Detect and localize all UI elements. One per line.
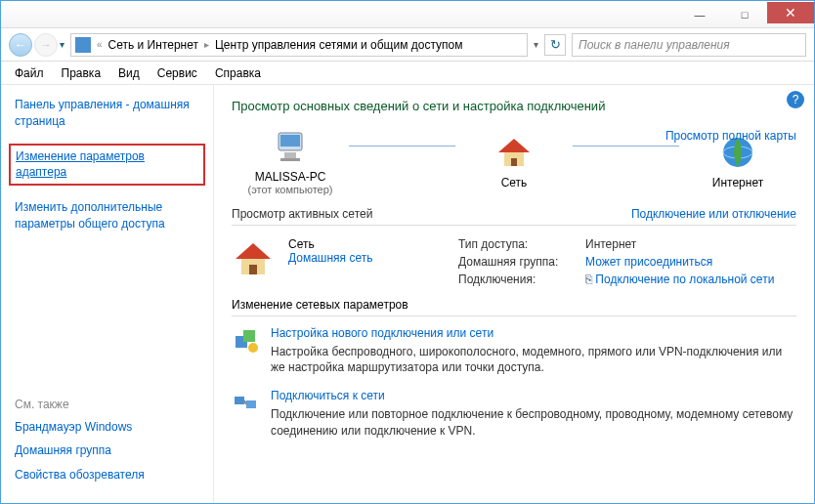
active-networks-header: Просмотр активных сетей Подключение или … [232,203,796,226]
menu-bar: Файл Правка Вид Сервис Справка [1,62,814,85]
option-connect-network-desc: Подключение или повторное подключение к … [271,406,796,438]
addr-dropdown[interactable]: ▾ [534,39,538,50]
computer-icon [271,127,310,166]
network-icon [75,37,91,53]
svg-rect-16 [246,400,256,408]
ethernet-icon: ⎘ [585,273,592,286]
breadcrumb[interactable]: « Сеть и Интернет ▸ Центр управления сет… [70,33,528,57]
active-networks-label: Просмотр активных сетей [232,207,372,221]
connect-network-icon [232,389,259,416]
nav-dropdown[interactable]: ▾ [60,39,64,50]
network-name: Сеть [288,237,445,251]
sidebar-ie-options[interactable]: Свойства обозревателя [15,467,199,483]
address-bar: ← → ▾ « Сеть и Интернет ▸ Центр управлен… [1,28,814,62]
svg-point-14 [248,343,258,353]
highlight-box: Изменение параметров адаптера [9,144,205,187]
connection-line [573,146,679,147]
house-icon [232,237,275,280]
back-button[interactable]: ← [9,33,32,57]
chevron-icon: « [97,39,103,50]
svg-rect-1 [280,135,300,147]
menu-help[interactable]: Справка [215,66,261,80]
node-network: Сеть [455,133,573,189]
option-new-connection: Настройка нового подключения или сети На… [232,326,796,375]
change-settings-header: Изменение сетевых параметров [232,298,796,316]
menu-tools[interactable]: Сервис [157,66,197,80]
network-properties: Тип доступа: Интернет Домашняя группа: М… [458,237,796,286]
maximize-button[interactable]: □ [722,4,767,25]
node-network-label: Сеть [501,176,528,189]
sidebar-homegroup[interactable]: Домашняя группа [15,442,199,459]
chevron-icon: ▸ [204,39,209,50]
node-internet-label: Интернет [712,176,763,189]
network-detail: Сеть Домашняя сеть Тип доступа: Интернет… [232,237,796,286]
main-panel: ? Просмотр основных сведений о сети и на… [214,85,814,503]
node-computer-label: MALISSA-PC [255,170,326,184]
option-connect-network: Подключиться к сети Подключение или повт… [232,389,796,438]
option-new-connection-link[interactable]: Настройка нового подключения или сети [271,326,796,340]
sidebar: Панель управления - домашняя страница Из… [1,85,214,503]
forward-button[interactable]: → [34,33,58,57]
menu-view[interactable]: Вид [118,66,140,80]
svg-rect-2 [284,152,296,158]
menu-file[interactable]: Файл [15,66,44,80]
crumb-sharing-center[interactable]: Центр управления сетями и общим доступом [215,38,463,52]
svg-rect-3 [280,158,300,161]
svg-rect-13 [243,330,255,342]
prop-access-val: Интернет [585,237,796,251]
refresh-button[interactable]: ↻ [544,34,566,56]
svg-rect-11 [249,265,257,274]
network-type-link[interactable]: Домашняя сеть [288,251,445,265]
svg-marker-4 [498,139,530,152]
svg-marker-9 [236,243,271,259]
sidebar-firewall[interactable]: Брандмауэр Windows [15,419,199,436]
page-title: Просмотр основных сведений о сети и наст… [232,99,796,113]
prop-homegroup-key: Домашняя группа: [458,255,585,269]
new-connection-icon [232,326,259,354]
minimize-button[interactable]: — [677,4,722,25]
content: Панель управления - домашняя страница Из… [1,85,814,503]
svg-rect-6 [511,158,517,166]
svg-rect-15 [235,397,244,404]
sidebar-home[interactable]: Панель управления - домашняя страница [15,98,190,128]
view-full-map-link[interactable]: Просмотр полной карты [665,129,796,143]
connection-line [349,146,455,147]
menu-edit[interactable]: Правка [62,66,102,80]
search-input[interactable]: Поиск в панели управления [572,33,806,57]
sidebar-sharing-settings[interactable]: Изменить дополнительные параметры общего… [15,200,165,231]
option-new-connection-desc: Настройка беспроводного, широкополосного… [271,344,796,375]
help-icon[interactable]: ? [787,91,804,108]
option-connect-network-link[interactable]: Подключиться к сети [271,389,796,402]
see-also-header: См. также [15,398,199,411]
crumb-network[interactable]: Сеть и Интернет [108,38,198,52]
house-icon [494,133,534,172]
node-computer: MALISSA-PC (этот компьютер) [232,127,349,195]
close-button[interactable]: ✕ [767,2,814,23]
titlebar: — □ ✕ [1,1,814,28]
node-computer-sub: (этот компьютер) [247,184,332,195]
network-map: Просмотр полной карты MALISSA-PC (этот к… [232,127,796,195]
connect-disconnect-link[interactable]: Подключение или отключение [631,207,796,221]
prop-connections-key: Подключения: [458,273,585,286]
prop-connections-link[interactable]: ⎘ Подключение по локальной сети [585,273,796,286]
sidebar-adapter-settings[interactable]: Изменение параметров адаптера [16,149,145,180]
prop-homegroup-link[interactable]: Может присоединиться [585,255,796,269]
prop-access-key: Тип доступа: [458,237,585,251]
